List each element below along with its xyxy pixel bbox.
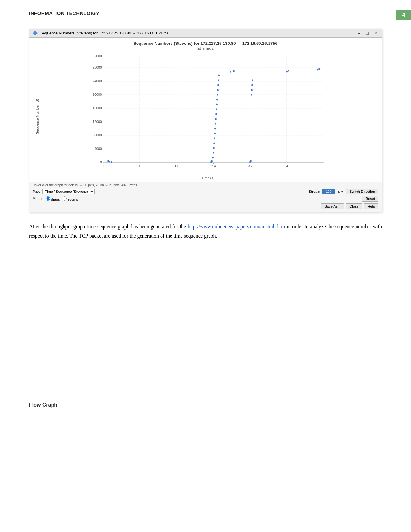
hover-info: Hover over the graph for details. → 30 p… xyxy=(33,183,378,187)
svg-point-56 xyxy=(216,104,218,105)
svg-point-53 xyxy=(215,118,217,120)
page-header: INFORMATION TECHNLOIGY xyxy=(0,0,411,22)
svg-text:2.4: 2.4 xyxy=(211,164,216,168)
svg-point-73 xyxy=(317,69,318,71)
mouse-label: Mouse xyxy=(33,197,43,201)
titlebar-controls[interactable]: − □ × xyxy=(356,31,378,36)
svg-text:8000: 8000 xyxy=(94,133,102,137)
svg-point-63 xyxy=(230,71,231,73)
svg-text:4: 4 xyxy=(286,164,288,168)
svg-point-69 xyxy=(251,84,253,86)
chart-plot: 0 4000 8000 12000 16000 20000 24000 2800… xyxy=(39,53,377,180)
y-axis-label: Sequence Number (B) xyxy=(34,53,39,180)
type-select[interactable]: Time / Sequence (Stevens) xyxy=(42,189,95,194)
controls-row1: Type Time / Sequence (Stevens) Stream ▲▼… xyxy=(33,189,378,194)
svg-point-66 xyxy=(250,160,252,162)
switch-direction-button[interactable]: Switch Direction xyxy=(346,189,378,194)
svg-point-71 xyxy=(286,71,288,73)
svg-text:1.6: 1.6 xyxy=(175,164,179,168)
wireshark-window-title: Sequence Numbers (Stevens) for 172.217.2… xyxy=(40,31,169,35)
svg-text:0.8: 0.8 xyxy=(138,164,142,168)
svg-point-48 xyxy=(213,143,215,144)
page-number-badge: 4 xyxy=(396,10,411,20)
main-content: Sequence Numbers (Stevens) for 172.217.2… xyxy=(0,29,411,408)
zooms-radio-label[interactable]: zooms xyxy=(63,196,78,201)
svg-text:28000: 28000 xyxy=(93,66,102,69)
stream-label: Stream xyxy=(309,190,320,193)
svg-text:20000: 20000 xyxy=(93,93,102,96)
chart-container: Sequence Numbers (Stevens) for 172.217.2… xyxy=(29,38,382,182)
svg-point-62 xyxy=(218,75,220,76)
svg-point-58 xyxy=(217,94,218,96)
svg-point-41 xyxy=(108,161,110,163)
reset-button[interactable]: Reset xyxy=(362,196,378,202)
svg-point-67 xyxy=(251,94,252,96)
drags-radio[interactable] xyxy=(46,196,50,201)
section-label: Flow Graph xyxy=(29,402,382,408)
svg-text:16000: 16000 xyxy=(93,106,102,110)
svg-text:3.2: 3.2 xyxy=(248,164,253,168)
svg-text:12000: 12000 xyxy=(93,120,102,123)
svg-text:0: 0 xyxy=(100,161,102,164)
save-as-button[interactable]: Save As... xyxy=(321,203,344,209)
svg-point-55 xyxy=(216,109,217,110)
svg-point-52 xyxy=(215,123,216,125)
controls-right: Stream ▲▼ Switch Direction xyxy=(309,189,378,194)
paragraph-1: After the throughput graph time sequence… xyxy=(29,222,382,241)
maximize-button[interactable]: □ xyxy=(365,31,370,36)
chart-svg: 0 4000 8000 12000 16000 20000 24000 2800… xyxy=(39,53,377,175)
help-button[interactable]: Help xyxy=(364,203,378,209)
svg-point-60 xyxy=(217,84,219,86)
svg-text:32000: 32000 xyxy=(93,54,102,58)
titlebar-left: Sequence Numbers (Stevens) for 172.217.2… xyxy=(33,31,169,36)
svg-point-44 xyxy=(211,160,213,162)
svg-point-72 xyxy=(288,70,289,72)
svg-point-57 xyxy=(216,99,218,101)
svg-point-70 xyxy=(252,80,253,81)
svg-point-42 xyxy=(111,161,112,163)
controls-bottom-row: Mouse drags zooms Reset xyxy=(33,196,378,202)
svg-point-51 xyxy=(214,128,216,130)
stream-input[interactable] xyxy=(322,189,335,194)
zooms-label: zooms xyxy=(68,197,78,201)
bottom-buttons: Save As... Close Help xyxy=(33,203,378,211)
svg-point-68 xyxy=(251,89,253,91)
minimize-button[interactable]: − xyxy=(356,31,361,36)
wireshark-controls: Hover over the graph for details. → 30 p… xyxy=(29,182,382,212)
close-window-button[interactable]: × xyxy=(373,31,378,36)
wireshark-titlebar: Sequence Numbers (Stevens) for 172.217.2… xyxy=(29,29,382,38)
close-button[interactable]: Close xyxy=(346,203,362,209)
svg-text:4000: 4000 xyxy=(94,147,102,151)
chart-area: Sequence Number (B) xyxy=(34,53,377,180)
svg-point-74 xyxy=(318,68,320,70)
text-content: After the throughput graph time sequence… xyxy=(29,222,382,241)
svg-point-45 xyxy=(212,157,214,159)
x-axis-label: Time (s) xyxy=(39,176,377,180)
svg-point-61 xyxy=(218,80,219,81)
svg-point-54 xyxy=(215,113,217,115)
zooms-radio[interactable] xyxy=(63,196,67,201)
svg-point-59 xyxy=(217,89,219,91)
chart-title: Sequence Numbers (Stevens) for 172.217.2… xyxy=(34,41,377,46)
svg-text:24000: 24000 xyxy=(93,79,102,83)
url-link[interactable]: http://www.onlinenewspapers.com/australi… xyxy=(188,224,285,229)
drags-radio-label[interactable]: drags xyxy=(46,196,60,201)
wireshark-icon xyxy=(33,31,38,36)
svg-point-49 xyxy=(214,138,215,139)
drags-label: drags xyxy=(51,197,60,201)
type-label: Type xyxy=(33,190,40,193)
mouse-options: Mouse drags zooms xyxy=(33,196,78,201)
stream-spinner[interactable]: ▲▼ xyxy=(337,190,344,193)
svg-point-50 xyxy=(214,133,216,134)
paragraph-1-start: After the throughput graph time sequence… xyxy=(29,224,186,229)
svg-point-64 xyxy=(233,70,235,72)
svg-point-47 xyxy=(213,147,215,149)
svg-point-46 xyxy=(213,152,214,154)
chart-subtitle: Ethernet 2 xyxy=(34,46,377,50)
page-title: INFORMATION TECHNLOIGY xyxy=(29,10,382,16)
svg-text:0: 0 xyxy=(103,164,104,168)
wireshark-window: Sequence Numbers (Stevens) for 172.217.2… xyxy=(29,29,382,212)
